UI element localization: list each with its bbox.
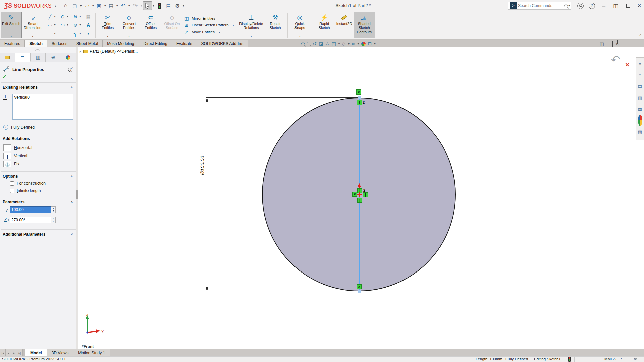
- angle-stepper[interactable]: ▴▾: [51, 217, 56, 223]
- collapse-icon[interactable]: ˄: [71, 86, 73, 89]
- print-icon[interactable]: ▤: [107, 1, 116, 10]
- exit-sketch-button[interactable]: ✎ Exit Sketch ▾: [1, 12, 22, 38]
- options-header[interactable]: Options ˄: [3, 174, 73, 179]
- view-orientation-icon[interactable]: ◰: [332, 41, 336, 46]
- ok-check-icon[interactable]: ✓: [2, 73, 7, 80]
- collapse-ribbon-icon[interactable]: ˄: [639, 33, 641, 37]
- tab-display-manager[interactable]: [61, 53, 76, 62]
- user-account-icon[interactable]: [576, 2, 585, 9]
- open-icon[interactable]: ▱: [83, 1, 92, 10]
- menu-flyout-icon[interactable]: ▸: [55, 4, 57, 8]
- settings-gear-icon[interactable]: ⚙: [173, 1, 182, 10]
- units-caret-icon[interactable]: ▴: [621, 357, 622, 360]
- doc-restore-icon[interactable]: [612, 41, 613, 46]
- relation-item[interactable]: Vertical0: [14, 95, 71, 100]
- slot-tool[interactable]: ▾: [46, 29, 59, 38]
- display-style-icon[interactable]: ◇: [342, 41, 346, 46]
- additional-parameters-header[interactable]: Additional Parameters ˅: [3, 232, 73, 237]
- view-palette-icon[interactable]: ▦: [638, 103, 642, 115]
- offset-entities-button[interactable]: ⊂ Offset Entities: [140, 12, 161, 38]
- confirm-sketch-icon[interactable]: ↶: [610, 53, 621, 66]
- tab-motion-study-1[interactable]: Motion Study 1: [73, 349, 110, 356]
- for-construction-checkbox[interactable]: [10, 181, 14, 186]
- fillet-tool[interactable]: ╮▾: [72, 29, 85, 38]
- cancel-sketch-icon[interactable]: ×: [625, 61, 629, 69]
- add-fix-relation-button[interactable]: ⚓ Fix: [3, 161, 19, 167]
- add-relations-header[interactable]: Add Relations ˄: [3, 136, 73, 141]
- spline-tool[interactable]: N▾: [72, 12, 85, 21]
- appearances-icon[interactable]: [638, 115, 642, 126]
- vertical-relation-badge[interactable]: |: [357, 100, 362, 105]
- coincident-relation-badge[interactable]: ×: [357, 284, 362, 289]
- expand-icon[interactable]: ˅: [71, 233, 73, 236]
- search-caret[interactable]: ▾: [568, 4, 571, 7]
- length-stepper[interactable]: ▴▾: [51, 206, 56, 213]
- tab-scroll-next[interactable]: ▸: [11, 349, 17, 356]
- settings-caret[interactable]: ▾: [182, 4, 185, 7]
- feature-tree-flyout[interactable]: ▸ Part2 (Default) <<Default...: [80, 49, 138, 54]
- span-displays-button[interactable]: ◫: [611, 2, 621, 9]
- open-caret[interactable]: ▾: [92, 4, 95, 7]
- vertical-relation-badge[interactable]: |: [363, 192, 368, 197]
- tab-feature-manager[interactable]: [0, 53, 15, 62]
- arc-tool[interactable]: ◠▾: [59, 21, 72, 29]
- units-selector[interactable]: MMGS: [604, 357, 616, 361]
- undo-icon[interactable]: ↶: [119, 1, 128, 10]
- angle-input[interactable]: [10, 217, 51, 223]
- file-explorer-icon[interactable]: ▥: [638, 92, 642, 103]
- ellipse-tool[interactable]: ⊘▾: [72, 21, 85, 29]
- 3d-drawing-view-icon[interactable]: △: [326, 41, 329, 46]
- tab-scroll-last[interactable]: ▸|: [17, 349, 23, 356]
- save-icon[interactable]: ▣: [95, 1, 104, 10]
- panel-grip[interactable]: [35, 49, 40, 51]
- new-document-icon[interactable]: ▢: [70, 1, 79, 10]
- smart-dimension-button[interactable]: ↔ Smart Dimension ▾: [22, 12, 43, 38]
- section-view-icon[interactable]: ◪: [319, 41, 323, 46]
- search-input[interactable]: [518, 3, 564, 8]
- for-construction-option[interactable]: For construction: [10, 181, 46, 186]
- diameter-dimension-label[interactable]: ∅100.00: [199, 151, 205, 180]
- zoom-to-area-icon[interactable]: [307, 42, 310, 45]
- sketch-point-handle-bottom[interactable]: [358, 290, 361, 293]
- tab-dimxpert-manager[interactable]: ⊕: [46, 53, 61, 62]
- apply-scene-icon[interactable]: ⊡: [368, 41, 372, 46]
- messages-tag-icon[interactable]: ✉: [634, 357, 637, 362]
- print-caret[interactable]: ▾: [116, 4, 119, 7]
- instant2d-button[interactable]: Instant2D: [335, 12, 354, 38]
- tab-features[interactable]: Features: [0, 40, 25, 47]
- edit-appearance-icon[interactable]: [361, 42, 366, 46]
- display-delete-relations-button[interactable]: ⊥ Display/Delete Relations ▾: [238, 12, 265, 38]
- search-icon[interactable]: [564, 4, 568, 7]
- tab-direct-editing[interactable]: Direct Editing: [139, 40, 172, 47]
- collapse-icon[interactable]: ˄: [71, 175, 73, 178]
- point-tool[interactable]: ▪: [85, 29, 94, 38]
- length-input[interactable]: [10, 206, 51, 213]
- resources-icon[interactable]: ⌂: [639, 69, 641, 80]
- repair-sketch-button[interactable]: ⚒ Repair Sketch: [265, 12, 286, 38]
- add-vertical-relation-button[interactable]: | Vertical: [3, 153, 27, 159]
- panel-splitter[interactable]: [76, 47, 78, 350]
- coincident-relation-badge[interactable]: ×: [356, 89, 361, 95]
- minimize-button[interactable]: –: [599, 2, 608, 9]
- save-caret[interactable]: ▾: [104, 4, 107, 7]
- tab-model[interactable]: Model: [25, 349, 47, 356]
- hide-show-items-icon[interactable]: ∞: [352, 41, 355, 46]
- tab-evaluate[interactable]: Evaluate: [172, 40, 197, 47]
- custom-properties-icon[interactable]: ▧: [638, 126, 642, 137]
- move-entities-button[interactable]: ↗ Move Entities ▾: [183, 29, 234, 35]
- design-library-icon[interactable]: ▤: [638, 80, 642, 92]
- help-circle-icon[interactable]: ?: [68, 67, 73, 72]
- infinite-length-option[interactable]: Infinite length: [10, 188, 41, 193]
- polygon-tool[interactable]: [59, 29, 72, 38]
- tab-solidworks-add-ins[interactable]: SOLIDWORKS Add-Ins: [197, 40, 248, 47]
- rebuild-traffic-light-icon[interactable]: [155, 1, 164, 10]
- select-caret[interactable]: ▾: [152, 4, 155, 7]
- close-button[interactable]: ×: [635, 2, 644, 9]
- part-name[interactable]: Part2 (Default) <<Default...: [90, 49, 138, 54]
- tab-scroll-prev[interactable]: ◂: [6, 349, 11, 356]
- tab-sheet-metal[interactable]: Sheet Metal: [72, 40, 103, 47]
- undo-caret[interactable]: ▾: [128, 4, 131, 7]
- help-icon[interactable]: ?: [587, 2, 596, 9]
- tab-mesh-modeling[interactable]: Mesh Modeling: [103, 40, 139, 47]
- infinite-length-checkbox[interactable]: [10, 189, 14, 193]
